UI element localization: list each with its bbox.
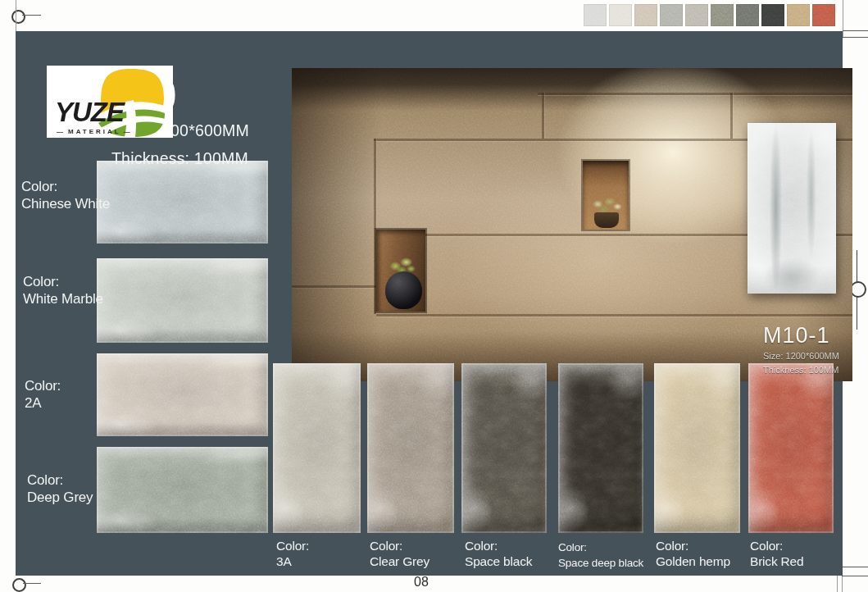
crop-mark-top-right-vline [843, 0, 843, 37]
stone-sample-chinese-white [97, 161, 268, 244]
brand-name: YUZE [55, 97, 124, 128]
stone-sample-2a [97, 353, 268, 436]
crop-mark-top-right-hline1 [843, 30, 868, 31]
crop-mark-top-left [11, 10, 25, 24]
crop-mark-top-left-line [22, 15, 41, 16]
swatch-brick-red [812, 4, 835, 26]
stone-sample-golden-hemp [654, 363, 740, 533]
swatch-white-marble [609, 4, 632, 26]
product-model: M10-1 [763, 323, 830, 348]
product-size: Size: 1200*600MM [763, 351, 839, 361]
color-label-golden-hemp: Color:Golden hemp [656, 538, 730, 569]
crop-mark-bottom-right-hline1 [842, 567, 868, 567]
stone-sample-space-black [461, 363, 547, 533]
color-label-chinese-white: Color:Chinese White [21, 178, 110, 212]
page-background-panel: M10 YUZE —MATERIAL— Size: 1200*600MM Thi… [16, 31, 843, 576]
color-label-brick-red: Color:Brick Red [750, 538, 803, 569]
stone-sample-3a [273, 363, 361, 533]
swatch-3a [685, 4, 708, 26]
registration-mark-right-circle [850, 281, 866, 298]
color-label-clear-grey: Color:Clear Grey [370, 538, 429, 569]
stone-sample-white-marble [97, 258, 268, 343]
color-label-3a: Color:3A [276, 538, 309, 569]
swatch-space-black [736, 4, 759, 26]
stone-sample-brick-red [748, 363, 834, 533]
swatch-chinese-white [584, 4, 607, 26]
dash-left: — [57, 128, 66, 135]
dash-right: — [124, 128, 133, 135]
brand-subtitle-text: MATERIAL [68, 128, 121, 135]
crop-mark-left-vline [16, 0, 16, 31]
color-label-white-marble: Color:White Marble [23, 273, 103, 307]
stone-sample-clear-grey [367, 363, 454, 533]
crop-mark-bottom-right-hline2 [842, 576, 868, 576]
swatch-deep-grey [660, 4, 683, 26]
color-label-deep-grey: Color:Deep Grey [27, 471, 93, 506]
swatch-space-deep-black [761, 4, 784, 26]
swatch-clear-grey [711, 4, 734, 26]
page-number: 08 [0, 575, 843, 590]
stone-sample-deep-grey [97, 447, 268, 533]
color-label-space-deep-black: Color:Space deep black [558, 540, 643, 571]
stone-sample-space-deep-black [558, 363, 643, 533]
product-thickness: Thickness: 100MM [763, 365, 838, 375]
color-swatch-strip [584, 4, 835, 26]
swatch-golden-hemp [787, 4, 810, 26]
catalog-page: M10 YUZE —MATERIAL— Size: 1200*600MM Thi… [0, 0, 868, 592]
thickness-spec: Thickness: 100MM [111, 149, 248, 168]
crop-mark-top-right-hline2 [843, 37, 868, 38]
brand-subtitle: —MATERIAL— [57, 128, 133, 135]
swatch-2a [634, 4, 657, 26]
brand-logo: YUZE —MATERIAL— [47, 66, 173, 138]
color-label-2a: Color:2A [25, 377, 61, 412]
color-label-space-black: Color:Space black [465, 538, 532, 569]
product-panel-photo [748, 123, 836, 294]
